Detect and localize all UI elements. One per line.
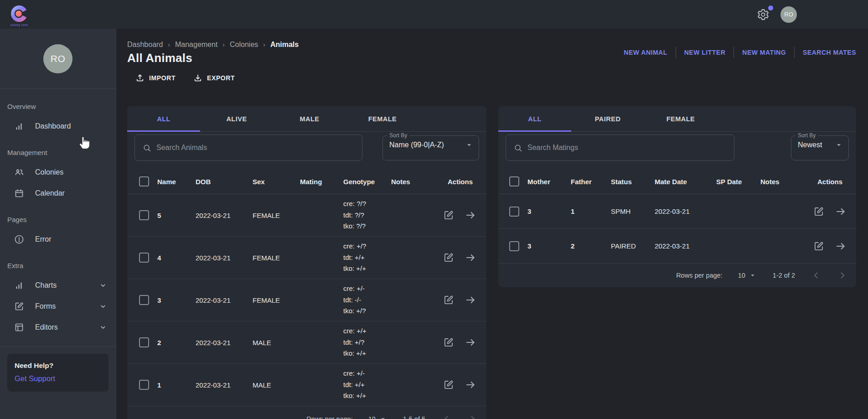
- edit-icon[interactable]: [443, 294, 455, 306]
- cell-sex: FEMALE: [253, 296, 300, 304]
- select-all-checkbox[interactable]: [509, 176, 519, 186]
- col-header[interactable]: Name: [157, 178, 196, 186]
- sidebar-item-label: Dashboard: [35, 122, 108, 130]
- tab-all[interactable]: ALL: [127, 106, 200, 131]
- arrow-forward-icon[interactable]: [835, 240, 847, 252]
- app-logo[interactable]: colony core: [10, 5, 28, 26]
- logo-wordmark: colony core: [10, 23, 28, 26]
- table-icon: [14, 322, 25, 333]
- cell-actions: [443, 379, 477, 391]
- row-checkbox[interactable]: [139, 380, 149, 390]
- arrow-forward-icon[interactable]: [465, 379, 476, 391]
- tab-all[interactable]: ALL: [498, 106, 571, 131]
- row-checkbox[interactable]: [509, 207, 519, 217]
- nav-section-pages: Pages: [7, 216, 116, 223]
- edit-icon[interactable]: [443, 336, 455, 348]
- sidebar-item-error[interactable]: Error: [0, 229, 116, 250]
- dropdown-arrow-icon: [464, 140, 474, 150]
- edit-icon[interactable]: [813, 240, 825, 252]
- export-button[interactable]: EXPORT: [193, 73, 235, 83]
- breadcrumb-item[interactable]: Colonies: [230, 41, 258, 49]
- genotype-line: tko: ?/?: [343, 221, 391, 232]
- tab-female[interactable]: FEMALE: [644, 106, 717, 131]
- dropdown-arrow-icon: [378, 414, 388, 419]
- arrow-forward-icon[interactable]: [465, 252, 476, 264]
- next-page-icon[interactable]: [467, 414, 478, 419]
- col-header[interactable]: Status: [611, 178, 655, 186]
- matings-table-header: Mother Father Status Mate Date SP Date N…: [498, 169, 856, 194]
- new-animal-button[interactable]: NEW ANIMAL: [615, 47, 676, 58]
- user-avatar[interactable]: RO: [780, 6, 797, 23]
- col-header[interactable]: Genotype: [343, 178, 391, 186]
- tab-paired[interactable]: PAIRED: [571, 106, 644, 131]
- breadcrumb-item[interactable]: Dashboard: [127, 41, 163, 49]
- col-header[interactable]: SP Date: [716, 178, 760, 186]
- get-support-link[interactable]: Get Support: [15, 374, 55, 383]
- matings-search-input[interactable]: [527, 144, 728, 152]
- matings-sort-select[interactable]: Sort By Newest: [791, 132, 849, 160]
- sidebar-item-charts[interactable]: Charts: [0, 275, 116, 296]
- upload-icon: [135, 73, 145, 83]
- col-header[interactable]: DOB: [196, 178, 253, 186]
- genotype-line: tko: +/?: [343, 305, 391, 317]
- cell-father: 2: [571, 242, 611, 250]
- previous-page-icon[interactable]: [811, 270, 822, 281]
- col-header[interactable]: Mother: [527, 178, 571, 186]
- table-row: 3 2022-03-21 FEMALE cre: +/- tdt: -/- tk…: [127, 279, 486, 321]
- tab-male[interactable]: MALE: [273, 106, 346, 131]
- new-litter-button[interactable]: NEW LITTER: [676, 47, 734, 58]
- sidebar-item-calendar[interactable]: Calendar: [0, 183, 116, 204]
- import-button[interactable]: IMPORT: [135, 73, 176, 83]
- cell-dob: 2022-03-21: [196, 254, 253, 262]
- row-checkbox[interactable]: [139, 210, 149, 220]
- col-header[interactable]: Mating: [300, 178, 343, 186]
- help-card: Need Help? Get Support: [7, 354, 108, 392]
- arrow-forward-icon[interactable]: [465, 209, 476, 221]
- next-page-icon[interactable]: [837, 270, 848, 281]
- row-checkbox[interactable]: [139, 337, 149, 347]
- animals-search-input[interactable]: [156, 144, 356, 152]
- tab-female[interactable]: FEMALE: [346, 106, 419, 131]
- pagination-range: 1-5 of 5: [403, 415, 425, 419]
- edit-icon[interactable]: [443, 379, 455, 391]
- row-checkbox[interactable]: [139, 253, 149, 263]
- col-header[interactable]: Notes: [391, 178, 442, 186]
- cell-name: 4: [157, 254, 196, 262]
- tab-alive[interactable]: ALIVE: [200, 106, 273, 131]
- sidebar-item-editors[interactable]: Editors: [0, 317, 116, 338]
- animals-sort-select[interactable]: Sort By Name (99-0|A-Z): [382, 132, 479, 160]
- rows-per-page-select[interactable]: 10: [368, 414, 388, 419]
- animals-pagination: Rows per page: 10 1-5 of 5: [127, 406, 486, 419]
- genotype-line: tko: +/+: [343, 263, 391, 274]
- sidebar-item-forms[interactable]: Forms: [0, 296, 116, 317]
- profile-avatar[interactable]: RO: [43, 44, 72, 73]
- breadcrumb-item[interactable]: Management: [175, 41, 217, 49]
- edit-icon[interactable]: [443, 252, 455, 264]
- bar-chart-icon: [14, 280, 25, 291]
- cell-sex: MALE: [253, 381, 300, 389]
- new-mating-button[interactable]: NEW MATING: [734, 47, 795, 58]
- col-header[interactable]: Sex: [253, 178, 300, 186]
- genotype-line: cre: +/+: [343, 326, 391, 337]
- arrow-forward-icon[interactable]: [465, 294, 476, 306]
- arrow-forward-icon[interactable]: [835, 206, 847, 217]
- sidebar-item-label: Forms: [35, 302, 88, 310]
- edit-icon[interactable]: [443, 209, 455, 221]
- arrow-forward-icon[interactable]: [465, 336, 476, 348]
- col-header[interactable]: Mate Date: [655, 178, 716, 186]
- col-header[interactable]: Father: [571, 178, 611, 186]
- rows-per-page-select[interactable]: 10: [738, 271, 757, 280]
- previous-page-icon[interactable]: [441, 414, 452, 419]
- cell-genotype: cre: +/- tdt: -/- tko: +/?: [343, 283, 391, 317]
- edit-icon[interactable]: [813, 206, 825, 217]
- cell-actions: [443, 336, 477, 348]
- col-header[interactable]: Notes: [760, 178, 813, 186]
- select-all-checkbox[interactable]: [139, 176, 149, 186]
- cell-status: PAIRED: [611, 242, 655, 250]
- sidebar-item-dashboard[interactable]: Dashboard: [0, 116, 116, 137]
- search-mates-button[interactable]: SEARCH MATES: [795, 47, 856, 58]
- row-checkbox[interactable]: [509, 241, 519, 251]
- settings-button[interactable]: [757, 8, 770, 21]
- row-checkbox[interactable]: [139, 295, 149, 305]
- sidebar-item-colonies[interactable]: Colonies: [0, 162, 116, 183]
